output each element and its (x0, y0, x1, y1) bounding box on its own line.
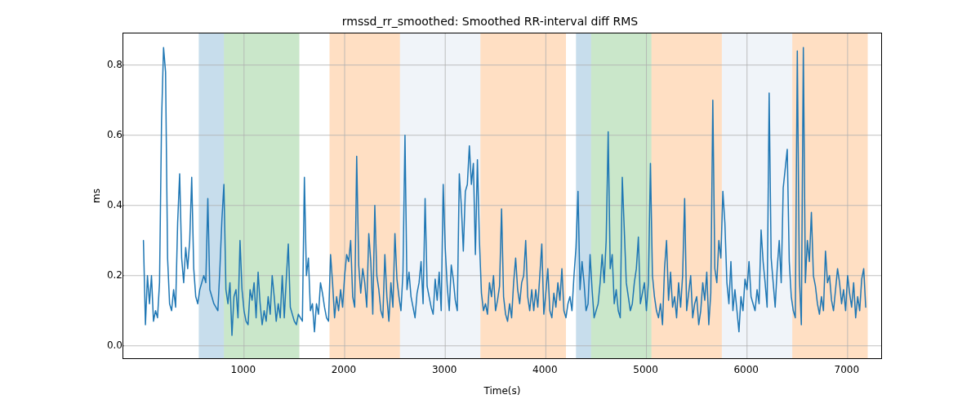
x-tick-label: 1000 (231, 364, 256, 375)
x-axis-label: Time(s) (122, 385, 882, 397)
x-tick-label: 7000 (835, 364, 860, 375)
x-tick-labels: 1000200030004000500060007000 (122, 364, 882, 380)
highlight-span (480, 33, 566, 359)
plot-svg (123, 33, 882, 359)
highlight-span (400, 33, 481, 359)
chart-title: rmssd_rr_smoothed: Smoothed RR-interval … (0, 15, 980, 28)
x-tick-label: 2000 (332, 364, 357, 375)
figure: rmssd_rr_smoothed: Smoothed RR-interval … (0, 0, 980, 408)
plot-area (122, 33, 882, 359)
x-tick-label: 4000 (532, 364, 558, 375)
y-tick-labels: 0.00.20.40.60.8 (113, 33, 122, 359)
x-tick-label: 3000 (432, 364, 457, 375)
y-axis-label: ms (83, 33, 109, 359)
axes: 1000200030004000500060007000 0.00.20.40.… (122, 33, 882, 359)
highlight-span (198, 33, 224, 359)
highlight-span (591, 33, 652, 359)
x-tick-label: 6000 (733, 364, 759, 375)
x-tick-label: 5000 (633, 364, 658, 375)
highlight-span (224, 33, 299, 359)
